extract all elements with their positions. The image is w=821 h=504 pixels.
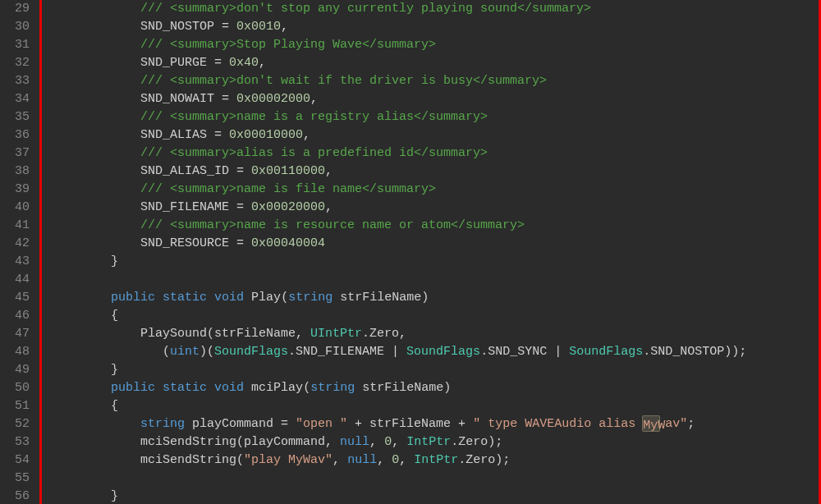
token-com: /// <summary>Stop Playing Wave</summary> [140,38,436,52]
line-number: 45 [5,289,30,307]
token-id [52,2,140,16]
token-id: SND_RESOURCE [140,236,229,250]
token-kw: null [347,453,377,467]
code-line[interactable]: SND_PURGE = 0x40, [42,54,819,72]
token-id [207,291,214,305]
token-id: .SND_SYNC | [480,345,569,359]
code-line[interactable]: /// <summary>don't stop any currently pl… [42,0,819,18]
token-cls: UIntPtr [310,327,362,341]
line-number: 41 [5,217,30,235]
code-line[interactable]: SND_NOWAIT = 0x00002000, [42,90,819,108]
line-number: 36 [5,126,30,144]
token-id [52,146,140,160]
code-line[interactable]: string playCommand = "open " + strFileNa… [42,415,819,433]
token-id [52,92,140,106]
token-kw: string [140,417,185,431]
code-line[interactable]: } [42,253,819,271]
token-kw: void [214,381,244,395]
token-id [52,291,111,305]
token-id [52,417,140,431]
token-fn: mciSendString [140,453,236,467]
code-line[interactable]: SND_NOSTOP = 0x0010, [42,18,819,36]
token-id: , [399,453,414,467]
line-number: 29 [5,0,30,18]
code-line[interactable]: { [42,307,819,325]
line-number: 33 [5,72,30,90]
code-line[interactable]: { [42,397,819,415]
token-kw: static [163,291,207,305]
code-line[interactable]: public static void Play(string strFileNa… [42,289,819,307]
token-id: = [229,200,251,214]
line-number-gutter: 2930313233343536373839404142434445464748… [0,0,39,504]
token-id: ; [687,417,695,431]
code-line[interactable]: mciSendString("play MyWav", null, 0, Int… [42,451,819,470]
code-line[interactable]: } [42,361,819,379]
code-line[interactable]: SND_ALIAS_ID = 0x00110000, [42,163,819,181]
token-num: 0 [392,453,399,467]
token-num: 0x0010 [236,20,281,34]
code-line[interactable]: (uint)(SoundFlags.SND_FILENAME | SoundFl… [42,343,819,361]
token-id: = [214,92,236,106]
line-number: 55 [5,470,30,488]
token-kw: string [288,291,333,305]
code-line[interactable]: /// <summary>name is file name</summary> [42,181,819,199]
line-number: 50 [5,379,30,397]
token-str: av" [665,417,687,431]
code-line[interactable]: /// <summary>alias is a predefined id</s… [42,144,819,163]
code-area[interactable]: /// <summary>don't stop any currently pl… [39,0,821,504]
code-line[interactable]: /// <summary>don't wait if the driver is… [42,72,819,90]
token-com: /// <summary>alias is a predefined id</s… [140,146,488,160]
token-str: " type WAVEAudio alias [473,417,643,431]
code-line[interactable]: SND_RESOURCE = 0x00040004 [42,235,819,253]
token-com: /// <summary>name is a registry alias</s… [140,110,488,124]
token-id: )( [200,345,214,359]
token-id: strFileName) [333,291,429,305]
token-num: 0x00002000 [236,92,310,106]
line-number: 43 [5,253,30,271]
token-kw: public [111,291,155,305]
token-id [52,20,140,34]
token-id: = [207,56,229,70]
code-line[interactable] [42,470,819,488]
token-fn: mciSendString [140,435,236,449]
line-number: 40 [5,199,30,217]
code-line[interactable]: /// <summary>name is resource name or at… [42,217,819,235]
code-line[interactable]: } [42,488,819,504]
code-line[interactable] [42,271,819,289]
token-kw: string [310,381,355,395]
token-num: 0 [384,435,392,449]
token-kw: null [340,435,369,449]
code-line[interactable]: public static void mciPlay(string strFil… [42,379,819,397]
code-line[interactable]: SND_ALIAS = 0x00010000, [42,126,819,144]
line-number: 46 [5,307,30,325]
token-id [52,164,140,178]
token-cls: IntPtr [414,453,458,467]
token-id [52,327,140,341]
code-line[interactable]: PlaySound(strFileName, UIntPtr.Zero, [42,325,819,343]
code-line[interactable]: SND_FILENAME = 0x00020000, [42,199,819,217]
token-id: , [369,435,384,449]
token-id [52,218,140,232]
line-number: 38 [5,163,30,181]
line-number: 42 [5,235,30,253]
code-line[interactable]: /// <summary>Stop Playing Wave</summary> [42,36,819,54]
code-line[interactable]: /// <summary>name is a registry alias</s… [42,108,819,126]
token-num: 0x00110000 [251,164,325,178]
token-com: /// <summary>name is file name</summary> [140,182,436,196]
token-id: .Zero, [362,327,406,341]
token-id: ( [281,291,288,305]
token-com: /// <summary>don't stop any currently pl… [140,2,591,16]
token-com: /// <summary>name is resource name or at… [140,218,525,232]
token-kw: static [163,381,207,395]
token-id [244,381,251,395]
code-editor[interactable]: 2930313233343536373839404142434445464748… [0,0,821,504]
line-number: 56 [5,488,30,504]
token-id [207,381,214,395]
line-number: 39 [5,181,30,199]
token-id: ( [52,345,170,359]
token-id [52,56,140,70]
token-id [52,236,140,250]
line-number: 30 [5,18,30,36]
token-id: } [52,489,118,503]
code-line[interactable]: mciSendString(playCommand, null, 0, IntP… [42,433,819,451]
